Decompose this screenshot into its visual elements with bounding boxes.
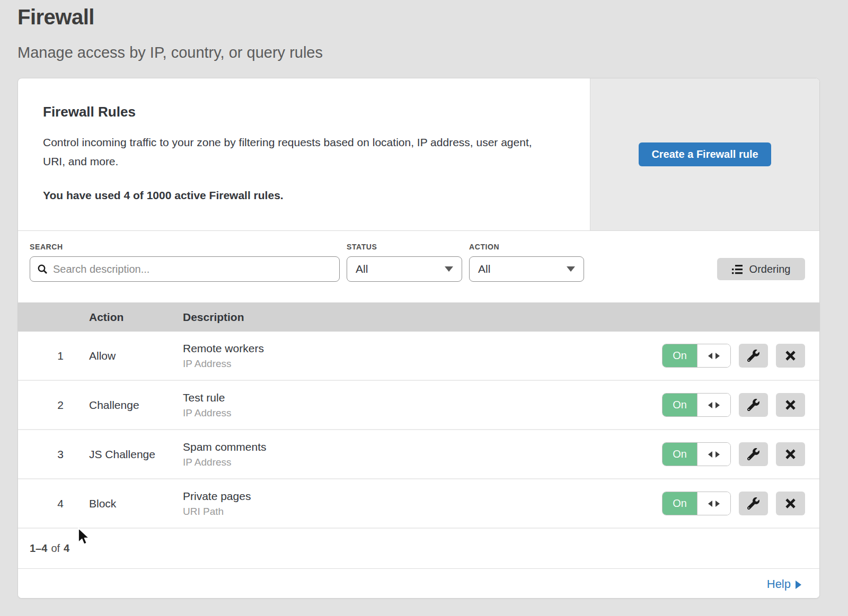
action-label: ACTION — [469, 243, 499, 251]
edit-rule-button[interactable] — [739, 393, 768, 417]
wrench-icon — [747, 350, 759, 362]
search-icon — [38, 264, 48, 274]
toggle-on-label: On — [662, 492, 697, 515]
toggle-on-label: On — [662, 344, 697, 367]
ordering-button-label: Ordering — [749, 263, 791, 275]
pagination-total: 4 — [64, 542, 69, 555]
rule-description: Private pages — [183, 490, 662, 503]
rule-description: Test rule — [183, 391, 662, 404]
table-row: 2 Challenge Test rule IP Address On — [18, 381, 819, 430]
search-label: SEARCH — [30, 243, 63, 251]
table-header: Action Description — [18, 302, 819, 332]
delete-rule-button[interactable] — [776, 344, 805, 368]
intro-section: Firewall Rules Control incoming traffic … — [18, 78, 819, 231]
rule-action: Allow — [89, 350, 183, 362]
section-description: Control incoming traffic to your zone by… — [43, 133, 552, 171]
filters-bar: SEARCH STATUS All ACTION All — [18, 231, 819, 302]
ordering-button[interactable]: Ordering — [717, 258, 805, 280]
search-input[interactable] — [53, 263, 332, 275]
rule-description: Spam comments — [183, 441, 662, 453]
toggle-on-label: On — [662, 394, 697, 416]
delete-rule-button[interactable] — [776, 393, 805, 417]
rule-enabled-toggle[interactable]: On — [662, 393, 731, 417]
edit-rule-button[interactable] — [739, 492, 768, 515]
delete-rule-button[interactable] — [776, 442, 805, 466]
toggle-on-label: On — [662, 443, 697, 466]
firewall-rules-card: Firewall Rules Control incoming traffic … — [17, 78, 820, 599]
rule-action: Challenge — [89, 399, 183, 412]
rule-description-cell: Spam comments IP Address — [183, 441, 662, 468]
page-header: Firewall Manage access by IP, country, o… — [0, 0, 848, 61]
chevron-down-icon — [445, 266, 453, 272]
toggle-arrows-icon — [697, 492, 730, 515]
rule-enabled-toggle[interactable]: On — [662, 442, 731, 466]
ordered-list-icon — [732, 264, 743, 274]
close-icon — [785, 449, 796, 460]
help-link-label: Help — [767, 577, 791, 591]
rule-match-type: IP Address — [183, 407, 662, 419]
rule-priority: 2 — [18, 399, 89, 412]
page-subtitle: Manage access by IP, country, or query r… — [17, 44, 848, 61]
create-rule-panel: Create a Firewall rule — [590, 78, 819, 230]
rule-enabled-toggle[interactable]: On — [662, 344, 731, 368]
wrench-icon — [747, 399, 759, 411]
rule-description-cell: Remote workers IP Address — [183, 342, 662, 370]
pagination-separator: of — [51, 542, 60, 555]
chevron-down-icon — [567, 266, 575, 272]
rule-controls: On — [662, 492, 805, 515]
page-title: Firewall — [17, 5, 848, 29]
usage-note: You have used 4 of 1000 active Firewall … — [43, 189, 565, 202]
table-row: 1 Allow Remote workers IP Address On — [18, 332, 819, 381]
delete-rule-button[interactable] — [776, 492, 805, 515]
status-label: STATUS — [347, 243, 377, 251]
rule-priority: 1 — [18, 350, 89, 362]
card-footer: Help — [18, 568, 819, 599]
action-select-value: All — [478, 263, 490, 275]
status-select[interactable]: All — [347, 256, 462, 282]
edit-rule-button[interactable] — [739, 442, 768, 466]
search-box[interactable] — [30, 256, 340, 282]
rule-description-cell: Test rule IP Address — [183, 391, 662, 419]
toggle-arrows-icon — [697, 344, 730, 367]
rule-priority: 3 — [18, 448, 89, 461]
rule-controls: On — [662, 393, 805, 417]
rule-description-cell: Private pages URI Path — [183, 490, 662, 517]
wrench-icon — [747, 497, 759, 510]
rule-enabled-toggle[interactable]: On — [662, 492, 731, 515]
help-link[interactable]: Help — [767, 577, 801, 591]
wrench-icon — [747, 448, 759, 460]
column-header-action: Action — [89, 311, 183, 324]
rule-match-type: URI Path — [183, 506, 662, 517]
chevron-right-icon — [796, 581, 801, 589]
action-select[interactable]: All — [469, 256, 584, 282]
section-heading: Firewall Rules — [43, 104, 565, 120]
rule-controls: On — [662, 344, 805, 368]
create-firewall-rule-button[interactable]: Create a Firewall rule — [639, 142, 771, 166]
close-icon — [785, 399, 796, 410]
edit-rule-button[interactable] — [739, 344, 768, 368]
rule-action: JS Challenge — [89, 448, 183, 461]
pagination-range: 1–4 — [30, 542, 47, 555]
toggle-arrows-icon — [697, 443, 730, 466]
table-row: 4 Block Private pages URI Path On — [18, 479, 819, 529]
column-header-description: Description — [183, 311, 819, 324]
rule-action: Block — [89, 497, 183, 510]
rule-controls: On — [662, 442, 805, 466]
rule-match-type: IP Address — [183, 457, 662, 468]
rule-description: Remote workers — [183, 342, 662, 355]
close-icon — [785, 498, 796, 509]
toggle-arrows-icon — [697, 394, 730, 416]
rule-priority: 4 — [18, 497, 89, 510]
close-icon — [785, 350, 796, 361]
rule-match-type: IP Address — [183, 358, 662, 370]
table-body: 1 Allow Remote workers IP Address On — [18, 332, 819, 529]
table-row: 3 JS Challenge Spam comments IP Address … — [18, 430, 819, 479]
status-select-value: All — [356, 263, 368, 275]
pagination: 1–4 of 4 — [18, 529, 819, 568]
